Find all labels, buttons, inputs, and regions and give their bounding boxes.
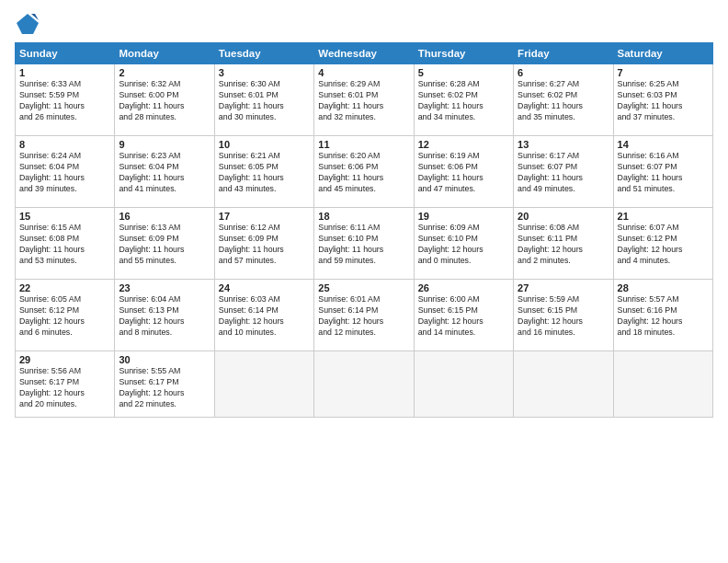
- cell-content: Sunrise: 5:55 AMSunset: 6:17 PMDaylight:…: [119, 366, 210, 410]
- calendar-cell: [613, 351, 712, 418]
- calendar-cell: 14Sunrise: 6:16 AMSunset: 6:07 PMDayligh…: [613, 136, 712, 208]
- calendar-week-3: 15Sunrise: 6:15 AMSunset: 6:08 PMDayligh…: [16, 208, 713, 280]
- day-number: 4: [318, 67, 409, 78]
- day-number: 28: [618, 282, 709, 293]
- cell-content: Sunrise: 6:33 AMSunset: 5:59 PMDaylight:…: [19, 79, 110, 123]
- day-number: 17: [219, 211, 310, 222]
- day-number: 30: [119, 354, 210, 365]
- calendar-cell: 2Sunrise: 6:32 AMSunset: 6:00 PMDaylight…: [115, 64, 214, 136]
- calendar-cell: 13Sunrise: 6:17 AMSunset: 6:07 PMDayligh…: [514, 136, 613, 208]
- day-number: 2: [119, 67, 210, 78]
- calendar-cell: 8Sunrise: 6:24 AMSunset: 6:04 PMDaylight…: [16, 136, 115, 208]
- day-header-saturday: Saturday: [613, 43, 712, 64]
- cell-content: Sunrise: 5:59 AMSunset: 6:15 PMDaylight:…: [518, 294, 609, 339]
- calendar-cell: 18Sunrise: 6:11 AMSunset: 6:10 PMDayligh…: [314, 208, 414, 280]
- cell-content: Sunrise: 6:29 AMSunset: 6:01 PMDaylight:…: [318, 79, 409, 123]
- calendar-week-5: 29Sunrise: 5:56 AMSunset: 6:17 PMDayligh…: [16, 351, 713, 418]
- calendar-cell: 21Sunrise: 6:07 AMSunset: 6:12 PMDayligh…: [613, 208, 712, 280]
- calendar-cell: 28Sunrise: 5:57 AMSunset: 6:16 PMDayligh…: [613, 280, 712, 351]
- cell-content: Sunrise: 6:17 AMSunset: 6:07 PMDaylight:…: [518, 151, 609, 195]
- day-number: 11: [318, 139, 409, 150]
- day-header-tuesday: Tuesday: [214, 43, 313, 64]
- calendar-body: 1Sunrise: 6:33 AMSunset: 5:59 PMDaylight…: [16, 64, 713, 418]
- calendar-cell: [314, 351, 414, 418]
- cell-content: Sunrise: 6:24 AMSunset: 6:04 PMDaylight:…: [19, 151, 110, 195]
- day-number: 27: [518, 282, 609, 293]
- logo: [15, 11, 44, 37]
- day-number: 29: [19, 354, 110, 365]
- calendar-cell: 30Sunrise: 5:55 AMSunset: 6:17 PMDayligh…: [115, 351, 214, 418]
- calendar-week-1: 1Sunrise: 6:33 AMSunset: 5:59 PMDaylight…: [16, 64, 713, 136]
- calendar-cell: 22Sunrise: 6:05 AMSunset: 6:12 PMDayligh…: [16, 280, 115, 351]
- day-number: 15: [19, 211, 110, 222]
- day-number: 26: [418, 282, 509, 293]
- calendar-cell: 29Sunrise: 5:56 AMSunset: 6:17 PMDayligh…: [16, 351, 115, 418]
- cell-content: Sunrise: 6:07 AMSunset: 6:12 PMDaylight:…: [618, 223, 709, 267]
- calendar-cell: 5Sunrise: 6:28 AMSunset: 6:02 PMDaylight…: [414, 64, 513, 136]
- logo-icon: [15, 11, 40, 37]
- calendar-table: SundayMondayTuesdayWednesdayThursdayFrid…: [15, 42, 713, 418]
- calendar-cell: 16Sunrise: 6:13 AMSunset: 6:09 PMDayligh…: [115, 208, 214, 280]
- day-number: 5: [418, 67, 509, 78]
- day-number: 23: [119, 282, 210, 293]
- header: [15, 11, 713, 37]
- calendar-cell: 3Sunrise: 6:30 AMSunset: 6:01 PMDaylight…: [214, 64, 313, 136]
- cell-content: Sunrise: 6:12 AMSunset: 6:09 PMDaylight:…: [219, 223, 310, 267]
- cell-content: Sunrise: 6:32 AMSunset: 6:00 PMDaylight:…: [119, 79, 210, 123]
- cell-content: Sunrise: 6:27 AMSunset: 6:02 PMDaylight:…: [518, 79, 609, 123]
- day-number: 18: [318, 211, 409, 222]
- day-number: 8: [19, 139, 110, 150]
- cell-content: Sunrise: 6:15 AMSunset: 6:08 PMDaylight:…: [19, 223, 110, 267]
- day-number: 14: [618, 139, 709, 150]
- cell-content: Sunrise: 6:20 AMSunset: 6:06 PMDaylight:…: [318, 151, 409, 195]
- calendar-cell: 6Sunrise: 6:27 AMSunset: 6:02 PMDaylight…: [514, 64, 613, 136]
- cell-content: Sunrise: 6:01 AMSunset: 6:14 PMDaylight:…: [318, 294, 409, 339]
- calendar-cell: 25Sunrise: 6:01 AMSunset: 6:14 PMDayligh…: [314, 280, 414, 351]
- day-header-monday: Monday: [115, 43, 214, 64]
- day-header-wednesday: Wednesday: [314, 43, 414, 64]
- calendar-cell: 15Sunrise: 6:15 AMSunset: 6:08 PMDayligh…: [16, 208, 115, 280]
- calendar-cell: [414, 351, 513, 418]
- day-header-friday: Friday: [514, 43, 613, 64]
- day-header-thursday: Thursday: [414, 43, 513, 64]
- cell-content: Sunrise: 6:05 AMSunset: 6:12 PMDaylight:…: [19, 294, 110, 339]
- day-number: 3: [219, 67, 310, 78]
- calendar-cell: 7Sunrise: 6:25 AMSunset: 6:03 PMDaylight…: [613, 64, 712, 136]
- calendar-cell: 12Sunrise: 6:19 AMSunset: 6:06 PMDayligh…: [414, 136, 513, 208]
- cell-content: Sunrise: 6:23 AMSunset: 6:04 PMDaylight:…: [119, 151, 210, 195]
- calendar-week-2: 8Sunrise: 6:24 AMSunset: 6:04 PMDaylight…: [16, 136, 713, 208]
- calendar-cell: 19Sunrise: 6:09 AMSunset: 6:10 PMDayligh…: [414, 208, 513, 280]
- calendar-cell: 20Sunrise: 6:08 AMSunset: 6:11 PMDayligh…: [514, 208, 613, 280]
- day-number: 25: [318, 282, 409, 293]
- day-header-sunday: Sunday: [16, 43, 115, 64]
- cell-content: Sunrise: 6:30 AMSunset: 6:01 PMDaylight:…: [219, 79, 310, 123]
- page: SundayMondayTuesdayWednesdayThursdayFrid…: [0, 0, 728, 563]
- calendar-cell: [514, 351, 613, 418]
- cell-content: Sunrise: 6:08 AMSunset: 6:11 PMDaylight:…: [518, 223, 609, 267]
- day-number: 6: [518, 67, 609, 78]
- calendar-cell: 26Sunrise: 6:00 AMSunset: 6:15 PMDayligh…: [414, 280, 513, 351]
- cell-content: Sunrise: 6:19 AMSunset: 6:06 PMDaylight:…: [418, 151, 509, 195]
- day-number: 9: [119, 139, 210, 150]
- day-number: 21: [618, 211, 709, 222]
- cell-content: Sunrise: 6:00 AMSunset: 6:15 PMDaylight:…: [418, 294, 509, 339]
- cell-content: Sunrise: 6:13 AMSunset: 6:09 PMDaylight:…: [119, 223, 210, 267]
- calendar-cell: 4Sunrise: 6:29 AMSunset: 6:01 PMDaylight…: [314, 64, 414, 136]
- calendar-cell: 10Sunrise: 6:21 AMSunset: 6:05 PMDayligh…: [214, 136, 313, 208]
- cell-content: Sunrise: 6:09 AMSunset: 6:10 PMDaylight:…: [418, 223, 509, 267]
- cell-content: Sunrise: 5:56 AMSunset: 6:17 PMDaylight:…: [19, 366, 110, 410]
- calendar-cell: 27Sunrise: 5:59 AMSunset: 6:15 PMDayligh…: [514, 280, 613, 351]
- day-number: 24: [219, 282, 310, 293]
- calendar-cell: [214, 351, 313, 418]
- cell-content: Sunrise: 6:04 AMSunset: 6:13 PMDaylight:…: [119, 294, 210, 339]
- cell-content: Sunrise: 6:11 AMSunset: 6:10 PMDaylight:…: [318, 223, 409, 267]
- day-number: 16: [119, 211, 210, 222]
- calendar-week-4: 22Sunrise: 6:05 AMSunset: 6:12 PMDayligh…: [16, 280, 713, 351]
- cell-content: Sunrise: 6:03 AMSunset: 6:14 PMDaylight:…: [219, 294, 310, 339]
- calendar-cell: 11Sunrise: 6:20 AMSunset: 6:06 PMDayligh…: [314, 136, 414, 208]
- calendar-cell: 17Sunrise: 6:12 AMSunset: 6:09 PMDayligh…: [214, 208, 313, 280]
- cell-content: Sunrise: 5:57 AMSunset: 6:16 PMDaylight:…: [618, 294, 709, 339]
- day-number: 19: [418, 211, 509, 222]
- cell-content: Sunrise: 6:21 AMSunset: 6:05 PMDaylight:…: [219, 151, 310, 195]
- calendar-header-row: SundayMondayTuesdayWednesdayThursdayFrid…: [16, 43, 713, 64]
